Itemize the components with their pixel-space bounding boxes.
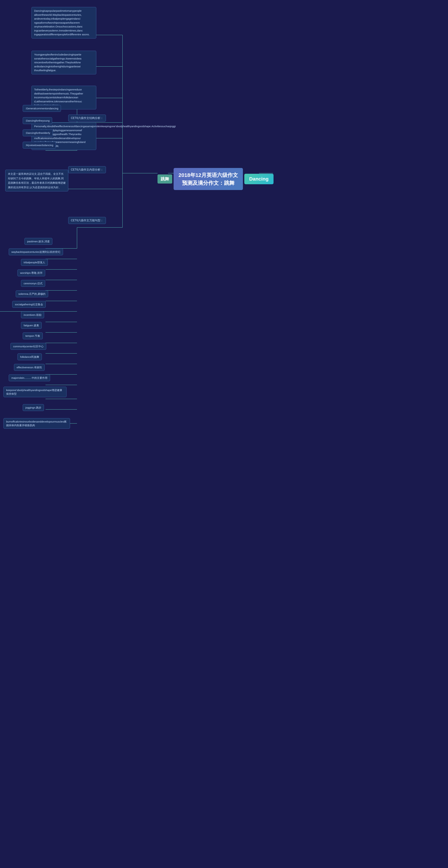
structure-item-3: :Myviewtowardsdancing [23, 142, 56, 149]
center-node-group: 跳舞 2018年12月英语六级作文 预测及满分作文：跳舞 Dancing [157, 168, 273, 190]
mind-map: Dancingisapopularpastimetomanypeople all… [0, 0, 448, 868]
vocab-item-3: worshipn.尊敬,崇拜 [18, 270, 45, 276]
structure-item-1: :Dancingfortheyoung [23, 117, 52, 124]
vocab-item-6: socialgathering社交集会 [12, 301, 46, 308]
structure-label: CET6六级作文结构分析： [68, 115, 106, 122]
structure-item-2: :Dancingfortheelderly [23, 129, 53, 136]
content-label: CET6六级作文内容分析： [68, 166, 106, 173]
vocab-item-8: fatiguen.疲惫 [21, 322, 42, 329]
vocab-item-5: solemna.庄严的,肃穆的 [16, 290, 48, 297]
vocab-item-13: majorrolein..........中的主要作用 [9, 374, 50, 381]
vocab-label: CET6六级作文万能句型： [68, 217, 106, 224]
structure-item-0: :Generalcommentondancing [23, 105, 61, 112]
content-text: 本文是一篇简单的议论文,适合于四级。全文不长却谈到了古今的跳舞。年轻人和老年人的… [5, 170, 68, 191]
paragraph-1: Dancingisapopularpastimetomanypeople all… [31, 7, 96, 38]
dancing-node: Dancing [244, 174, 273, 184]
vocab-item-16: burnoffcaloriesinourbodiesanddevelopourm… [3, 418, 70, 429]
vocab-item-4: ceremonyn.仪式 [21, 280, 45, 287]
vocab-item-0: pastimen.娱乐,消遣 [25, 238, 52, 245]
vocab-item-11: folkdance民族舞 [18, 353, 42, 360]
vocab-item-2: tribalpeople部落人 [21, 259, 48, 266]
vocab-item-12: effectivenessn.有效性 [14, 364, 44, 371]
title-node: 2018年12月英语六级作文 预测及满分作文：跳舞 [174, 168, 243, 190]
vocab-item-1: waybacktopastcenturies追溯到以前的世纪 [9, 248, 63, 255]
jumwu-node: 跳舞 [157, 175, 172, 184]
vocab-item-15: joggingn.跑步 [23, 404, 44, 411]
paragraph-2: Youngpeopleoftenincludedancinginpartie s… [31, 51, 96, 74]
vocab-item-9: tempon.节奏 [23, 333, 43, 339]
vocab-item-10: communitycenter社区中心 [10, 343, 46, 350]
vocab-item-7: incentiven.鼓励 [21, 311, 44, 318]
vocab-item-14: keepone'sbodyhealthyandingoodshape增进健康保持… [3, 387, 66, 397]
